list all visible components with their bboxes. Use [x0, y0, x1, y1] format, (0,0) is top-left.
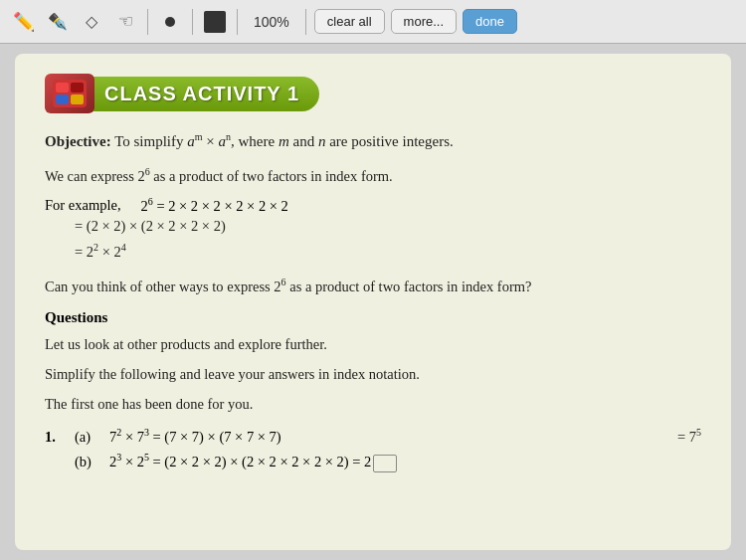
separator-4	[305, 9, 306, 35]
separator-2	[192, 9, 193, 35]
q1a-content: 72 × 73 = (7 × 7) × (7 × 7 × 7)	[109, 427, 657, 446]
activity-header: CLASS ACTIVITY 1	[45, 74, 701, 113]
bullet-tool[interactable]	[156, 8, 184, 36]
marker-tool[interactable]: ✒️	[44, 8, 72, 36]
separator-1	[147, 9, 148, 35]
math-line1: 26 = 2 × 2 × 2 × 2 × 2 × 2	[141, 196, 288, 215]
done-button[interactable]: done	[463, 9, 517, 34]
q-intro1: Let us look at other products and explor…	[45, 334, 701, 356]
content-area: CLASS ACTIVITY 1 Objective: To simplify …	[15, 54, 731, 550]
rect-icon	[204, 11, 226, 33]
objective-label: Objective:	[45, 133, 111, 149]
zoom-level: 100%	[246, 14, 297, 30]
math-line2: = (2 × 2) × (2 × 2 × 2 × 2) = 22 × 24	[75, 214, 701, 264]
objective-line: Objective: To simplify am × an, where m …	[45, 131, 701, 150]
icon-cell-4	[71, 94, 84, 104]
example-label: For example,	[45, 197, 121, 214]
q1b-content: 23 × 25 = (2 × 2 × 2) × (2 × 2 × 2 × 2 ×…	[109, 452, 701, 472]
answer-input-box[interactable]	[373, 455, 397, 472]
activity-icon-grid	[53, 80, 87, 107]
more-button[interactable]: more...	[391, 9, 457, 34]
objective-text: To simplify am × an, where m and n are p…	[114, 133, 454, 149]
toolbar: ✏️ ✒️ ◇ ☜ 100% clear all more... done	[0, 0, 746, 44]
para1: We can express 26 as a product of two fa…	[45, 164, 701, 188]
activity-title-box: CLASS ACTIVITY 1	[90, 77, 319, 111]
question-1b: (b) 23 × 25 = (2 × 2 × 2) × (2 × 2 × 2 ×…	[45, 452, 701, 472]
bullet-icon	[165, 17, 175, 27]
q1b-part: (b)	[75, 454, 109, 470]
pencil-tool[interactable]: ✏️	[10, 8, 38, 36]
separator-3	[237, 9, 238, 35]
activity-icon	[45, 74, 94, 113]
icon-cell-2	[71, 83, 84, 93]
questions-heading: Questions	[45, 309, 701, 326]
icon-cell-3	[56, 94, 69, 104]
example-block: For example, 26 = 2 × 2 × 2 × 2 × 2 × 2 …	[45, 196, 701, 265]
clear-all-button[interactable]: clear all	[314, 9, 385, 34]
hand-tool[interactable]: ☜	[111, 8, 139, 36]
q-intro3: The first one has been done for you.	[45, 394, 701, 416]
rect-tool[interactable]	[201, 8, 229, 36]
activity-title: CLASS ACTIVITY 1	[104, 83, 299, 105]
q1a-answer: = 75	[677, 427, 701, 446]
icon-cell-1	[56, 83, 69, 93]
question-1a: 1. (a) 72 × 73 = (7 × 7) × (7 × 7 × 7) =…	[45, 427, 701, 446]
q1-number: 1.	[45, 429, 75, 446]
q1a-part: (a)	[75, 429, 109, 446]
q-intro2: Simplify the following and leave your an…	[45, 364, 701, 386]
question-paragraph: Can you think of other ways to express 2…	[45, 275, 701, 298]
eraser-tool[interactable]: ◇	[78, 8, 105, 36]
